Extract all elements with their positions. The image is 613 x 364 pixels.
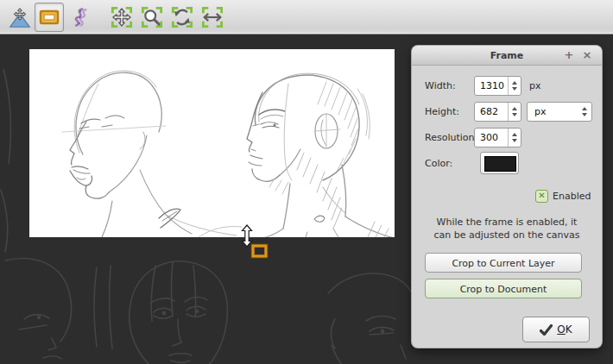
dropdown-arrows-icon[interactable] [578, 103, 591, 121]
spinner-up-icon[interactable] [512, 133, 517, 136]
width-spinner-arrows[interactable] [508, 77, 521, 95]
pan-arrows-icon [111, 6, 133, 28]
horizontal-arrow-icon [201, 6, 224, 28]
toolbar-frame-edit-tool[interactable] [35, 3, 64, 32]
frame-color-swatch [484, 156, 516, 172]
s-curve-icon [69, 6, 92, 28]
width-unit-label: px [529, 80, 541, 91]
document-frame[interactable] [29, 49, 395, 237]
frame-dialog: Frame + × Width: 1310 px Height: 682 px … [412, 46, 602, 348]
toolbar-rotate-view-tool[interactable] [167, 3, 197, 32]
width-spinbox[interactable]: 1310 [474, 76, 521, 96]
toolbar-scroll-view-tool[interactable] [107, 3, 136, 32]
frame-color-button[interactable] [480, 152, 519, 174]
note-line-1: While the frame is enabled, it [412, 216, 602, 229]
crop-to-current-layer-button[interactable]: Crop to Current Layer [425, 253, 582, 273]
frame-help-note: While the frame is enabled, it can be ad… [412, 216, 602, 242]
toolbar-stretch-view-tool[interactable] [198, 3, 227, 32]
width-label: Width: [425, 80, 456, 91]
color-label: Color: [425, 158, 452, 169]
check-icon [540, 324, 553, 336]
picture-frame-icon [38, 6, 60, 28]
toolbar-pan-document-tool[interactable] [5, 3, 35, 32]
ok-button-label: OK [557, 323, 572, 336]
resolution-spinner-arrows[interactable] [508, 129, 521, 147]
height-spinner-arrows[interactable] [508, 103, 521, 121]
rotate-arrows-icon [171, 6, 193, 28]
magnifier-icon [141, 6, 163, 28]
frame-dialog-titlebar[interactable]: Frame + × [412, 46, 602, 66]
frame-resize-cursor [237, 224, 275, 262]
height-unit-value[interactable]: px [528, 103, 578, 121]
width-value[interactable]: 1310 [475, 77, 508, 95]
toolbar-inking-tool[interactable] [66, 3, 95, 32]
resolution-label: Resolution: [425, 132, 477, 143]
height-value[interactable]: 682 [475, 103, 508, 121]
spinner-up-icon[interactable] [512, 81, 517, 85]
dialog-shade-button[interactable]: + [562, 48, 576, 62]
move-triangle-icon [9, 6, 31, 28]
height-spinbox[interactable]: 682 [474, 102, 521, 122]
enabled-checkbox[interactable]: ✕ [535, 190, 548, 203]
spinner-down-icon[interactable] [512, 87, 517, 91]
height-label: Height: [425, 106, 459, 117]
sketch-drawing [29, 49, 395, 237]
resolution-value[interactable]: 300 [475, 129, 508, 147]
spinner-down-icon[interactable] [512, 139, 517, 142]
ok-button[interactable]: OK [522, 317, 590, 342]
vertical-resize-arrow-icon [243, 225, 252, 247]
toolbar [0, 0, 613, 35]
dialog-close-icon[interactable]: × [580, 48, 594, 62]
dialog-title: Frame [490, 50, 524, 61]
note-line-2: can be adjusted on the canvas [412, 229, 602, 242]
enabled-checkbox-label: Enabled [553, 191, 591, 202]
resolution-spinbox[interactable]: 300 [474, 128, 521, 147]
spinner-up-icon[interactable] [512, 107, 517, 110]
frame-marker-icon [251, 244, 268, 258]
spinner-down-icon[interactable] [512, 113, 517, 116]
height-unit-dropdown[interactable]: px [527, 102, 592, 122]
crop-to-document-button[interactable]: Crop to Document [425, 279, 582, 298]
toolbar-zoom-view-tool[interactable] [137, 3, 167, 32]
